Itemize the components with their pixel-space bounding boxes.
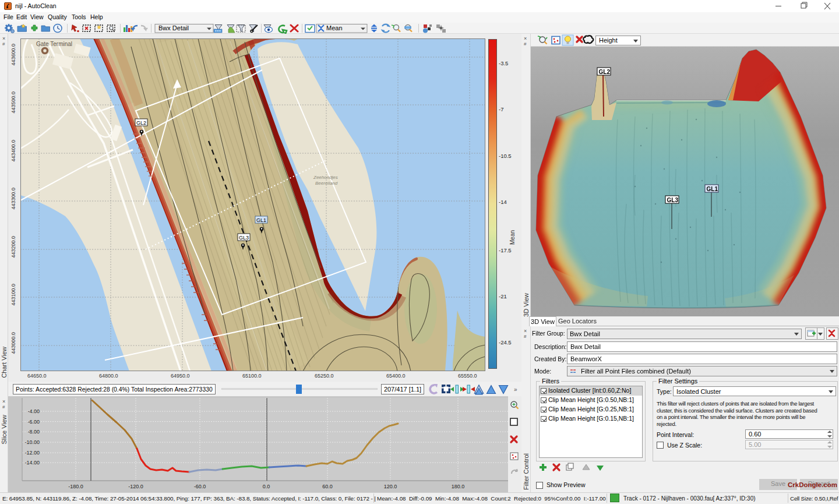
svg-text:-12.00: -12.00	[24, 450, 40, 456]
svg-text:»: »	[514, 386, 517, 393]
svg-text:Bwx Detail: Bwx Detail	[158, 24, 189, 31]
svg-text:-60.0: -60.0	[194, 484, 206, 489]
svg-text:-10.00: -10.00	[24, 439, 40, 445]
svg-text:180.0: 180.0	[452, 484, 465, 489]
svg-text:-4.00: -4.00	[27, 408, 40, 414]
svg-text:-180.0: -180.0	[68, 484, 83, 489]
svg-text:GL3: GL3	[667, 197, 679, 203]
svg-text:-8.00: -8.00	[27, 429, 40, 435]
svg-text:GL2: GL2	[599, 69, 611, 75]
svg-text:-120.0: -120.0	[128, 484, 143, 489]
svg-text:Beereiland: Beereiland	[315, 181, 338, 186]
svg-text:GL1: GL1	[256, 217, 266, 223]
svg-text:Gate Terminal: Gate Terminal	[36, 41, 72, 47]
svg-text:120.0: 120.0	[384, 484, 397, 489]
svg-text:GL3: GL3	[239, 235, 249, 241]
svg-text:-6.00: -6.00	[27, 419, 40, 425]
svg-text:GL2: GL2	[136, 120, 146, 126]
svg-text:Mean: Mean	[326, 24, 343, 31]
svg-text:0.0: 0.0	[263, 484, 270, 489]
svg-text:60.0: 60.0	[322, 484, 333, 489]
svg-text:GL1: GL1	[707, 186, 718, 192]
svg-text:Zeehondjes: Zeehondjes	[313, 175, 338, 180]
svg-text:-14.00: -14.00	[24, 460, 40, 466]
